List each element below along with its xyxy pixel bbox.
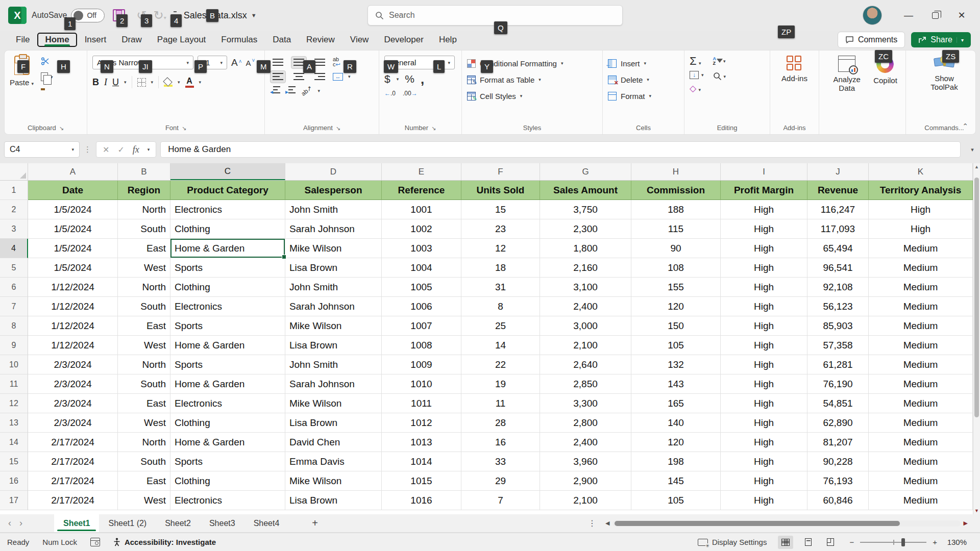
cell-C1[interactable]: Product Category bbox=[170, 181, 285, 200]
cell-H2[interactable]: 188 bbox=[631, 200, 721, 219]
cell-J5[interactable]: 96,541 bbox=[807, 258, 869, 278]
avatar[interactable] bbox=[863, 6, 882, 25]
scroll-right-icon[interactable]: ▶ bbox=[964, 520, 968, 527]
increase-decimal-button[interactable]: ←.0 bbox=[384, 90, 396, 97]
document-title[interactable]: Sales Data.xlsx ▼ bbox=[184, 10, 257, 21]
tab-help[interactable]: Help bbox=[431, 33, 464, 47]
cell-G14[interactable]: 2,400 bbox=[540, 433, 631, 452]
cell-F11[interactable]: 19 bbox=[461, 374, 540, 394]
format-cells-button[interactable]: Format▾ bbox=[608, 88, 679, 104]
cell-C8[interactable]: Sports bbox=[170, 316, 285, 336]
increase-indent-button[interactable]: ▸ bbox=[285, 86, 296, 96]
fill-button[interactable]: ↓▾ bbox=[690, 71, 704, 79]
cell-A11[interactable]: 2/3/2024 bbox=[28, 374, 118, 394]
cell-I15[interactable]: High bbox=[721, 452, 807, 471]
cell-G6[interactable]: 3,100 bbox=[540, 278, 631, 297]
cell-F17[interactable]: 7 bbox=[461, 491, 540, 510]
cell-D13[interactable]: Lisa Brown bbox=[285, 413, 382, 433]
fill-color-chevron-icon[interactable]: ▾ bbox=[178, 80, 180, 85]
column-header-C[interactable]: C bbox=[170, 163, 285, 180]
cell-A2[interactable]: 1/5/2024 bbox=[28, 200, 118, 219]
grow-font-button[interactable]: A˄ bbox=[231, 57, 242, 68]
cell-C17[interactable]: Electronics bbox=[170, 491, 285, 510]
excel-app-icon[interactable]: X bbox=[8, 7, 27, 24]
cell-I2[interactable]: High bbox=[721, 200, 807, 219]
cell-A7[interactable]: 1/12/2024 bbox=[28, 297, 118, 316]
cell-A12[interactable]: 2/3/2024 bbox=[28, 394, 118, 413]
cell-B4[interactable]: East bbox=[118, 239, 170, 258]
find-select-button[interactable]: ▾ bbox=[713, 72, 726, 81]
cell-K5[interactable]: Medium bbox=[869, 258, 973, 278]
cut-button[interactable] bbox=[41, 57, 53, 68]
formula-input[interactable]: Home & Garden bbox=[160, 141, 961, 158]
cell-A3[interactable]: 1/5/2024 bbox=[28, 219, 118, 239]
enter-icon[interactable]: ✓ bbox=[117, 145, 124, 155]
cell-D3[interactable]: Sarah Johnson bbox=[285, 219, 382, 239]
cell-C16[interactable]: Clothing bbox=[170, 471, 285, 491]
select-all-corner[interactable] bbox=[0, 163, 28, 180]
close-button[interactable]: ✕ bbox=[948, 4, 975, 27]
addins-button[interactable]: Add-ins bbox=[781, 56, 807, 120]
cell-H9[interactable]: 105 bbox=[631, 336, 721, 355]
cell-D5[interactable]: Lisa Brown bbox=[285, 258, 382, 278]
cell-B14[interactable]: North bbox=[118, 433, 170, 452]
insert-function-icon[interactable]: fx bbox=[133, 144, 139, 155]
analyze-data-button[interactable]: Analyze Data bbox=[827, 56, 866, 120]
selected-cell-C4[interactable]: Home & Garden bbox=[170, 239, 285, 258]
cell-E16[interactable]: 1015 bbox=[382, 471, 461, 491]
cell-H14[interactable]: 120 bbox=[631, 433, 721, 452]
column-header-K[interactable]: K bbox=[869, 163, 973, 180]
cell-D2[interactable]: John Smith bbox=[285, 200, 382, 219]
cell-K13[interactable]: Medium bbox=[869, 413, 973, 433]
cell-A16[interactable]: 2/17/2024 bbox=[28, 471, 118, 491]
cell-I6[interactable]: High bbox=[721, 278, 807, 297]
tab-data[interactable]: Data bbox=[265, 33, 299, 47]
cell-B1[interactable]: Region bbox=[118, 181, 170, 200]
formula-bar-splitter[interactable]: ⋮ bbox=[84, 145, 92, 154]
borders-chevron-icon[interactable]: ▾ bbox=[151, 80, 154, 85]
tab-review[interactable]: Review bbox=[299, 33, 342, 47]
cell-A10[interactable]: 2/3/2024 bbox=[28, 355, 118, 374]
cell-C2[interactable]: Electronics bbox=[170, 200, 285, 219]
orientation-button[interactable]: ab↗ bbox=[300, 84, 313, 97]
cell-K11[interactable]: Medium bbox=[869, 374, 973, 394]
dialog-launcher-icon[interactable]: ↘ bbox=[431, 125, 436, 131]
vertical-scrollbar[interactable]: ▲ ▼ bbox=[973, 163, 980, 514]
row-header-5[interactable]: 5 bbox=[0, 258, 28, 278]
autosum-button[interactable]: Σ ▾ bbox=[690, 56, 704, 67]
cell-K2[interactable]: High bbox=[869, 200, 973, 219]
column-header-B[interactable]: B bbox=[118, 163, 170, 180]
cell-A8[interactable]: 1/12/2024 bbox=[28, 316, 118, 336]
percent-button[interactable]: % bbox=[405, 73, 414, 85]
zoom-in-button[interactable]: + bbox=[933, 538, 937, 546]
decrease-indent-button[interactable]: ◂ bbox=[270, 86, 280, 96]
cell-I9[interactable]: High bbox=[721, 336, 807, 355]
cell-G2[interactable]: 3,750 bbox=[540, 200, 631, 219]
cell-G4[interactable]: 1,800 bbox=[540, 239, 631, 258]
cell-H8[interactable]: 150 bbox=[631, 316, 721, 336]
cell-A5[interactable]: 1/5/2024 bbox=[28, 258, 118, 278]
cell-G13[interactable]: 2,800 bbox=[540, 413, 631, 433]
cell-J1[interactable]: Revenue bbox=[807, 181, 869, 200]
comma-style-button[interactable]: , bbox=[421, 71, 424, 87]
cell-B16[interactable]: East bbox=[118, 471, 170, 491]
tab-file[interactable]: File bbox=[8, 33, 37, 47]
scroll-up-icon[interactable]: ▲ bbox=[973, 164, 980, 169]
cell-F5[interactable]: 18 bbox=[461, 258, 540, 278]
cell-K12[interactable]: Medium bbox=[869, 394, 973, 413]
cell-J12[interactable]: 54,851 bbox=[807, 394, 869, 413]
align-left-button[interactable] bbox=[270, 70, 286, 83]
underline-chevron-icon[interactable]: ▾ bbox=[124, 80, 127, 85]
underline-button[interactable]: U bbox=[112, 77, 119, 88]
column-header-I[interactable]: I bbox=[721, 163, 807, 180]
cell-K3[interactable]: High bbox=[869, 219, 973, 239]
cell-I12[interactable]: High bbox=[721, 394, 807, 413]
row-header-13[interactable]: 13 bbox=[0, 413, 28, 433]
italic-button[interactable]: I bbox=[104, 77, 107, 88]
row-header-4[interactable]: 4 bbox=[0, 239, 28, 258]
cell-B13[interactable]: West bbox=[118, 413, 170, 433]
cell-H7[interactable]: 120 bbox=[631, 297, 721, 316]
cell-K4[interactable]: Medium bbox=[869, 239, 973, 258]
cell-I13[interactable]: High bbox=[721, 413, 807, 433]
delete-cells-button[interactable]: ✕Delete▾ bbox=[608, 72, 679, 87]
